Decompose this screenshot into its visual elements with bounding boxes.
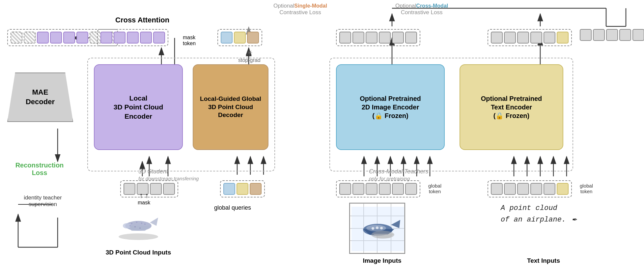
cross-modal-loss-label: OptionalCross-Modal Contrastive Loss — [395, 3, 448, 16]
txt-in-token-3 — [517, 183, 529, 195]
fr-token-2 — [593, 29, 605, 41]
fr-token-4 — [619, 29, 631, 41]
token-hatched-1 — [11, 32, 22, 44]
image-grid — [349, 203, 405, 254]
img-in-token-4 — [379, 183, 391, 195]
text-input-display: A point cloudof an airplane. ✒ — [501, 203, 577, 225]
txt-in-token-5 — [544, 183, 555, 195]
pc-token-4 — [163, 183, 175, 195]
img-token-6 — [405, 32, 417, 44]
mae-decoder-box: MAEDecoder — [7, 73, 83, 127]
svg-point-50 — [144, 223, 146, 225]
txt-token-5 — [544, 32, 555, 44]
airplane-3d-illustration — [109, 201, 168, 247]
gq-token-1 — [223, 183, 235, 195]
global-queries-tokens — [220, 180, 265, 197]
img-token-3 — [366, 32, 378, 44]
pc-token-3 — [150, 183, 162, 195]
image-encoder-box: Optional Pretrained2D Image Encoder(🔒 Fr… — [336, 64, 445, 150]
local-encoder-box: Local3D Point CloudEncoder — [94, 64, 183, 150]
gd-token-2 — [234, 32, 246, 44]
text-global-token-label: globaltoken — [580, 183, 593, 194]
txt-in-token-1 — [491, 183, 503, 195]
img-in-token-6 — [405, 183, 417, 195]
svg-point-59 — [372, 227, 374, 230]
text-encoder-output-tokens — [488, 29, 572, 46]
image-input-tokens — [336, 180, 420, 197]
fr-token-1 — [580, 29, 592, 41]
img-in-token-3 — [366, 183, 378, 195]
image-inputs-label: Image Inputs — [349, 257, 415, 264]
pc-token-1 — [124, 183, 135, 195]
img-token-4 — [379, 32, 391, 44]
img-in-token-1 — [339, 183, 351, 195]
global-decoder-box: Local-Guided Global3D Point CloudDecoder — [193, 64, 268, 150]
svg-point-47 — [131, 223, 132, 224]
ca-token-4 — [140, 32, 152, 44]
far-right-tokens — [580, 29, 644, 41]
gd-token-1 — [221, 32, 233, 44]
text-input-tokens — [488, 180, 572, 197]
img-in-token-5 — [392, 183, 404, 195]
img-in-token-2 — [352, 183, 364, 195]
txt-token-3 — [517, 32, 529, 44]
identity-teacher-label: identity teachersupervision — [10, 194, 76, 208]
image-encoder-output-tokens — [336, 29, 420, 46]
txt-token-6 — [557, 32, 569, 44]
svg-point-52 — [139, 227, 141, 229]
token-purple-2 — [50, 32, 62, 44]
svg-marker-45 — [150, 218, 158, 226]
txt-token-2 — [504, 32, 516, 44]
fr-token-3 — [606, 29, 618, 41]
text-encoder-box: Optional PretrainedText Encoder(🔒 Frozen… — [460, 64, 563, 150]
img-token-2 — [352, 32, 364, 44]
svg-point-61 — [380, 227, 383, 229]
ca-token-5 — [153, 32, 165, 44]
ca-token-1 — [100, 32, 112, 44]
img-token-1 — [339, 32, 351, 44]
txt-in-token-2 — [504, 183, 516, 195]
fr-token-5 — [632, 29, 644, 41]
single-modal-loss-label: OptionalSingle-Modal Contrastive Loss — [273, 3, 327, 16]
svg-point-60 — [376, 226, 378, 229]
txt-token-1 — [491, 32, 503, 44]
svg-point-49 — [141, 223, 142, 224]
gd-token-3 — [247, 32, 259, 44]
svg-point-51 — [134, 226, 136, 227]
svg-point-48 — [136, 222, 137, 223]
global-queries-label: global queries — [214, 204, 251, 211]
global-decoder-output-tokens — [217, 29, 262, 46]
teachers-label: Cross-Modal Teachers only for pretrainin… — [369, 168, 428, 182]
gq-token-2 — [237, 183, 248, 195]
txt-in-token-6 — [557, 183, 569, 195]
cross-attention-tokens — [97, 29, 168, 46]
svg-point-53 — [129, 225, 131, 226]
gq-token-3 — [250, 183, 262, 195]
token-hatched-2 — [24, 32, 36, 44]
text-inputs-label: Text Inputs — [514, 257, 573, 264]
txt-token-4 — [530, 32, 542, 44]
txt-in-token-4 — [530, 183, 542, 195]
reconstruction-loss-label: ReconstructionLoss — [10, 162, 69, 177]
img-token-5 — [392, 32, 404, 44]
token-purple-3 — [63, 32, 75, 44]
student-label: 3D Student for downstream transferring — [138, 168, 199, 182]
token-purple-4 — [76, 32, 88, 44]
token-purple-1 — [37, 32, 49, 44]
svg-point-42 — [119, 233, 158, 240]
airplane-3d-svg — [112, 208, 165, 241]
image-global-token-label: globaltoken — [428, 183, 441, 194]
pen-icon: ✒ — [572, 215, 576, 224]
mask-token-label: masktoken — [183, 35, 196, 46]
point-cloud-inputs-label: 3D Point Cloud Inputs — [89, 249, 188, 256]
ca-token-2 — [114, 32, 126, 44]
ca-token-3 — [127, 32, 139, 44]
cross-attention-label: Cross Attention — [115, 16, 169, 24]
